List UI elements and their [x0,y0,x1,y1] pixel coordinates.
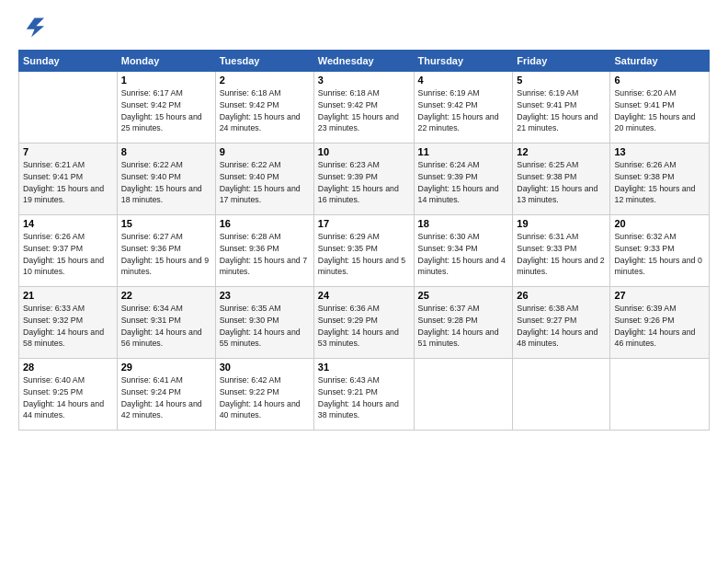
cell-content: Sunrise: 6:30 AMSunset: 9:34 PMDaylight:… [418,232,506,276]
calendar-cell: 22Sunrise: 6:34 AMSunset: 9:31 PMDayligh… [117,287,215,359]
day-number: 3 [318,75,410,86]
day-number: 9 [220,146,310,157]
calendar-cell: 5Sunrise: 6:19 AMSunset: 9:41 PMDaylight… [513,72,610,144]
calendar-cell: 19Sunrise: 6:31 AMSunset: 9:33 PMDayligh… [513,215,610,287]
day-number: 23 [220,290,310,301]
calendar-cell: 14Sunrise: 6:26 AMSunset: 9:37 PMDayligh… [19,215,118,287]
cell-content: Sunrise: 6:34 AMSunset: 9:31 PMDaylight:… [121,304,202,348]
calendar-week-3: 14Sunrise: 6:26 AMSunset: 9:37 PMDayligh… [19,215,710,287]
header-cell-saturday: Saturday [610,51,710,72]
day-number: 26 [517,290,606,301]
calendar-cell: 13Sunrise: 6:26 AMSunset: 9:38 PMDayligh… [610,144,710,215]
calendar-cell: 7Sunrise: 6:21 AMSunset: 9:41 PMDaylight… [19,144,118,215]
day-number: 6 [614,75,705,86]
calendar-cell: 2Sunrise: 6:18 AMSunset: 9:42 PMDaylight… [215,72,313,144]
cell-content: Sunrise: 6:18 AMSunset: 9:42 PMDaylight:… [318,88,399,132]
day-number: 12 [517,146,606,157]
day-number: 20 [614,218,705,229]
cell-content: Sunrise: 6:29 AMSunset: 9:35 PMDaylight:… [318,232,405,276]
day-number: 14 [23,218,113,229]
day-number: 5 [517,75,606,86]
cell-content: Sunrise: 6:39 AMSunset: 9:26 PMDaylight:… [614,304,695,348]
calendar-cell: 1Sunrise: 6:17 AMSunset: 9:42 PMDaylight… [117,72,215,144]
day-number: 31 [318,362,410,373]
cell-content: Sunrise: 6:23 AMSunset: 9:39 PMDaylight:… [318,160,399,204]
cell-content: Sunrise: 6:26 AMSunset: 9:38 PMDaylight:… [614,160,695,204]
cell-content: Sunrise: 6:17 AMSunset: 9:42 PMDaylight:… [121,88,202,132]
day-number: 25 [418,290,509,301]
cell-content: Sunrise: 6:41 AMSunset: 9:24 PMDaylight:… [121,375,202,419]
day-number: 18 [418,218,509,229]
calendar-cell: 21Sunrise: 6:33 AMSunset: 9:32 PMDayligh… [19,287,118,359]
calendar-cell [513,359,610,431]
cell-content: Sunrise: 6:27 AMSunset: 9:36 PMDaylight:… [121,232,209,276]
day-number: 17 [318,218,410,229]
day-number: 13 [614,146,705,157]
cell-content: Sunrise: 6:19 AMSunset: 9:42 PMDaylight:… [418,88,499,132]
cell-content: Sunrise: 6:35 AMSunset: 9:30 PMDaylight:… [220,304,301,348]
day-number: 2 [220,75,310,86]
cell-content: Sunrise: 6:33 AMSunset: 9:32 PMDaylight:… [23,304,104,348]
calendar-cell: 27Sunrise: 6:39 AMSunset: 9:26 PMDayligh… [610,287,710,359]
calendar-cell [19,72,118,144]
cell-content: Sunrise: 6:32 AMSunset: 9:33 PMDaylight:… [614,232,701,276]
calendar-cell: 24Sunrise: 6:36 AMSunset: 9:29 PMDayligh… [313,287,414,359]
cell-content: Sunrise: 6:19 AMSunset: 9:41 PMDaylight:… [517,88,597,132]
day-number: 15 [121,218,211,229]
logo [18,15,46,40]
cell-content: Sunrise: 6:21 AMSunset: 9:41 PMDaylight:… [23,160,104,204]
calendar-cell: 29Sunrise: 6:41 AMSunset: 9:24 PMDayligh… [117,359,215,431]
header-cell-monday: Monday [117,51,215,72]
cell-content: Sunrise: 6:36 AMSunset: 9:29 PMDaylight:… [318,304,399,348]
calendar-cell: 17Sunrise: 6:29 AMSunset: 9:35 PMDayligh… [313,215,414,287]
day-number: 7 [23,146,113,157]
calendar-body: 1Sunrise: 6:17 AMSunset: 9:42 PMDaylight… [19,72,710,431]
cell-content: Sunrise: 6:24 AMSunset: 9:39 PMDaylight:… [418,160,499,204]
cell-content: Sunrise: 6:22 AMSunset: 9:40 PMDaylight:… [121,160,202,204]
header-cell-wednesday: Wednesday [313,51,414,72]
calendar-cell [610,359,710,431]
calendar-cell: 31Sunrise: 6:43 AMSunset: 9:21 PMDayligh… [313,359,414,431]
cell-content: Sunrise: 6:18 AMSunset: 9:42 PMDaylight:… [220,88,301,132]
day-number: 10 [318,146,410,157]
svg-marker-0 [27,18,44,38]
day-number: 30 [220,362,310,373]
cell-content: Sunrise: 6:26 AMSunset: 9:37 PMDaylight:… [23,232,104,276]
day-number: 21 [23,290,113,301]
cell-content: Sunrise: 6:28 AMSunset: 9:36 PMDaylight:… [220,232,307,276]
calendar-cell: 6Sunrise: 6:20 AMSunset: 9:41 PMDaylight… [610,72,710,144]
calendar-cell: 28Sunrise: 6:40 AMSunset: 9:25 PMDayligh… [19,359,118,431]
header-cell-tuesday: Tuesday [215,51,313,72]
calendar-cell: 12Sunrise: 6:25 AMSunset: 9:38 PMDayligh… [513,144,610,215]
header [18,15,710,40]
header-row: SundayMondayTuesdayWednesdayThursdayFrid… [19,51,710,72]
calendar-cell: 18Sunrise: 6:30 AMSunset: 9:34 PMDayligh… [414,215,513,287]
header-cell-sunday: Sunday [19,51,118,72]
day-number: 11 [418,146,509,157]
calendar-week-2: 7Sunrise: 6:21 AMSunset: 9:41 PMDaylight… [19,144,710,215]
calendar-cell: 10Sunrise: 6:23 AMSunset: 9:39 PMDayligh… [313,144,414,215]
cell-content: Sunrise: 6:43 AMSunset: 9:21 PMDaylight:… [318,375,399,419]
calendar-week-5: 28Sunrise: 6:40 AMSunset: 9:25 PMDayligh… [19,359,710,431]
day-number: 24 [318,290,410,301]
day-number: 1 [121,75,211,86]
calendar-cell: 3Sunrise: 6:18 AMSunset: 9:42 PMDaylight… [313,72,414,144]
calendar-cell [414,359,513,431]
logo-icon [18,15,44,40]
cell-content: Sunrise: 6:20 AMSunset: 9:41 PMDaylight:… [614,88,695,132]
calendar-table: SundayMondayTuesdayWednesdayThursdayFrid… [18,50,710,431]
calendar-cell: 26Sunrise: 6:38 AMSunset: 9:27 PMDayligh… [513,287,610,359]
calendar-cell: 11Sunrise: 6:24 AMSunset: 9:39 PMDayligh… [414,144,513,215]
calendar-cell: 16Sunrise: 6:28 AMSunset: 9:36 PMDayligh… [215,215,313,287]
header-cell-thursday: Thursday [414,51,513,72]
day-number: 29 [121,362,211,373]
calendar-cell: 15Sunrise: 6:27 AMSunset: 9:36 PMDayligh… [117,215,215,287]
cell-content: Sunrise: 6:38 AMSunset: 9:27 PMDaylight:… [517,304,597,348]
cell-content: Sunrise: 6:25 AMSunset: 9:38 PMDaylight:… [517,160,597,204]
cell-content: Sunrise: 6:40 AMSunset: 9:25 PMDaylight:… [23,375,104,419]
day-number: 27 [614,290,705,301]
page: SundayMondayTuesdayWednesdayThursdayFrid… [0,0,728,563]
calendar-cell: 20Sunrise: 6:32 AMSunset: 9:33 PMDayligh… [610,215,710,287]
calendar-cell: 9Sunrise: 6:22 AMSunset: 9:40 PMDaylight… [215,144,313,215]
day-number: 16 [220,218,310,229]
